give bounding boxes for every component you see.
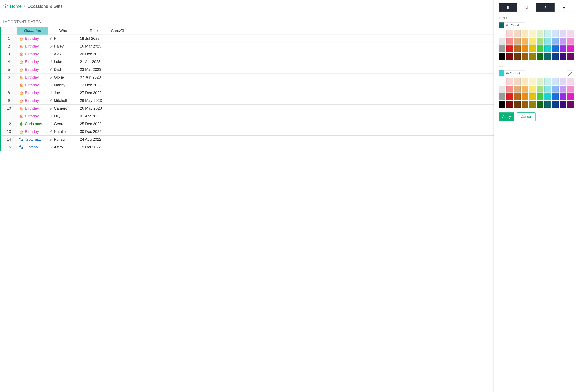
cell-card[interactable] bbox=[109, 35, 127, 42]
color-swatch[interactable] bbox=[529, 45, 536, 52]
color-swatch[interactable] bbox=[499, 101, 505, 108]
color-swatch[interactable] bbox=[522, 78, 528, 85]
color-swatch[interactable] bbox=[499, 38, 505, 44]
color-swatch[interactable] bbox=[544, 45, 551, 52]
cell-date[interactable]: 30 Dec 2022 bbox=[78, 128, 109, 135]
color-swatch[interactable] bbox=[544, 30, 551, 37]
color-swatch[interactable] bbox=[506, 78, 513, 85]
color-swatch[interactable] bbox=[560, 93, 566, 100]
color-swatch[interactable] bbox=[560, 38, 566, 44]
cell-date[interactable]: 23 Mar 2023 bbox=[78, 66, 109, 73]
color-swatch[interactable] bbox=[552, 86, 559, 92]
color-swatch[interactable] bbox=[522, 93, 528, 100]
color-swatch[interactable] bbox=[544, 86, 551, 92]
cell-who[interactable]: George bbox=[48, 120, 78, 128]
strike-toggle[interactable]: T bbox=[555, 3, 573, 12]
color-swatch[interactable] bbox=[506, 38, 513, 44]
no-fill-button[interactable] bbox=[567, 70, 573, 77]
cell-occasion[interactable]: 🎂 Birthday bbox=[17, 58, 48, 66]
cell-card[interactable] bbox=[109, 128, 127, 135]
color-swatch[interactable] bbox=[514, 101, 521, 108]
color-swatch[interactable] bbox=[499, 86, 505, 92]
cell-occasion[interactable]: 🎂 Birthday bbox=[17, 97, 48, 104]
cell-card[interactable] bbox=[109, 112, 127, 120]
color-swatch[interactable] bbox=[560, 53, 566, 60]
cell-occasion[interactable]: 🐾 'Gotcha... bbox=[17, 136, 48, 143]
color-swatch[interactable] bbox=[552, 101, 559, 108]
table-row[interactable]: 9 🎂 Birthday Mitchell 26 May 2023 bbox=[1, 97, 578, 105]
cell-occasion[interactable]: 🎂 Birthday bbox=[17, 42, 48, 50]
cell-date[interactable]: 19 Jul 2022 bbox=[78, 35, 109, 42]
color-swatch[interactable] bbox=[522, 53, 528, 60]
color-swatch[interactable] bbox=[499, 30, 505, 37]
color-swatch[interactable] bbox=[567, 93, 574, 100]
cell-who[interactable]: Manny bbox=[48, 81, 78, 89]
cell-card[interactable] bbox=[109, 74, 127, 81]
cell-who[interactable]: Gloria bbox=[48, 74, 78, 81]
header-card[interactable]: Card/Gi bbox=[109, 27, 127, 35]
color-swatch[interactable] bbox=[552, 78, 559, 85]
color-swatch[interactable] bbox=[552, 53, 559, 60]
cell-date[interactable]: 27 Dec 2022 bbox=[78, 89, 109, 97]
color-swatch[interactable] bbox=[567, 86, 574, 92]
italic-toggle[interactable]: I bbox=[536, 3, 555, 12]
cell-date[interactable]: 20 Dec 2022 bbox=[78, 50, 109, 58]
cell-occasion[interactable]: 🎂 Birthday bbox=[17, 105, 48, 112]
cell-date[interactable]: 26 May 2023 bbox=[78, 97, 109, 104]
color-swatch[interactable] bbox=[537, 30, 543, 37]
cell-occasion[interactable]: 🎂 Birthday bbox=[17, 50, 48, 58]
color-swatch[interactable] bbox=[499, 53, 505, 60]
logo-icon[interactable] bbox=[3, 4, 8, 9]
table-row[interactable]: 7 🎂 Birthday Manny 12 Dec 2022 bbox=[1, 81, 578, 89]
cell-occasion[interactable]: 🎂 Birthday bbox=[17, 89, 48, 97]
color-swatch[interactable] bbox=[522, 101, 528, 108]
color-swatch[interactable] bbox=[514, 78, 521, 85]
cell-date[interactable]: 25 Dec 2022 bbox=[78, 120, 109, 128]
table-row[interactable]: 14 🐾 'Gotcha... Ponzu 24 Aug 2022 bbox=[1, 136, 578, 143]
color-swatch[interactable] bbox=[529, 53, 536, 60]
cell-who[interactable]: Lilly bbox=[48, 112, 78, 120]
cell-date[interactable]: 24 Aug 2022 bbox=[78, 136, 109, 143]
cell-who[interactable]: Natalie bbox=[48, 128, 78, 135]
cell-who[interactable]: Phil bbox=[48, 35, 78, 42]
cell-who[interactable]: Cameron bbox=[48, 105, 78, 112]
color-swatch[interactable] bbox=[514, 38, 521, 44]
header-date[interactable]: Date bbox=[78, 27, 109, 35]
cell-date[interactable]: 12 Dec 2022 bbox=[78, 81, 109, 89]
color-swatch[interactable] bbox=[560, 30, 566, 37]
underline-toggle[interactable]: U bbox=[518, 3, 536, 12]
color-swatch[interactable] bbox=[506, 86, 513, 92]
table-row[interactable]: 11 🎂 Birthday Lilly 01 Apr 2023 bbox=[1, 112, 578, 120]
cell-occasion[interactable]: 🎂 Birthday bbox=[17, 112, 48, 120]
color-swatch[interactable] bbox=[567, 53, 574, 60]
color-swatch[interactable] bbox=[506, 93, 513, 100]
color-swatch[interactable] bbox=[506, 101, 513, 108]
color-swatch[interactable] bbox=[514, 53, 521, 60]
breadcrumb-home[interactable]: Home bbox=[10, 4, 22, 9]
color-swatch[interactable] bbox=[567, 45, 574, 52]
color-swatch[interactable] bbox=[514, 86, 521, 92]
table-row[interactable]: 15 🐾 'Gotcha... Astro 19 Oct 2022 bbox=[1, 143, 578, 151]
cell-who[interactable]: Haley bbox=[48, 42, 78, 50]
cell-who[interactable]: Ponzu bbox=[48, 136, 78, 143]
header-occasion[interactable]: Occasion bbox=[17, 27, 48, 35]
color-swatch[interactable] bbox=[499, 78, 505, 85]
cell-who[interactable]: Joe bbox=[48, 89, 78, 97]
cell-card[interactable] bbox=[109, 66, 127, 73]
cell-card[interactable] bbox=[109, 81, 127, 89]
color-swatch[interactable] bbox=[544, 38, 551, 44]
cell-who[interactable]: Dad bbox=[48, 66, 78, 73]
color-swatch[interactable] bbox=[506, 45, 513, 52]
color-swatch[interactable] bbox=[522, 45, 528, 52]
color-swatch[interactable] bbox=[544, 78, 551, 85]
fill-hex-input[interactable] bbox=[504, 70, 525, 76]
cell-card[interactable] bbox=[109, 143, 127, 151]
color-swatch[interactable] bbox=[537, 53, 543, 60]
table-row[interactable]: 13 🎂 Birthday Natalie 30 Dec 2022 bbox=[1, 128, 578, 136]
cancel-button[interactable]: Cancel bbox=[517, 113, 535, 121]
cell-occasion[interactable]: 🎂 Birthday bbox=[17, 81, 48, 89]
cell-occasion[interactable]: 🎂 Birthday bbox=[17, 35, 48, 42]
color-swatch[interactable] bbox=[537, 38, 543, 44]
color-swatch[interactable] bbox=[567, 78, 574, 85]
cell-occasion[interactable]: 🐾 'Gotcha... bbox=[17, 143, 48, 151]
